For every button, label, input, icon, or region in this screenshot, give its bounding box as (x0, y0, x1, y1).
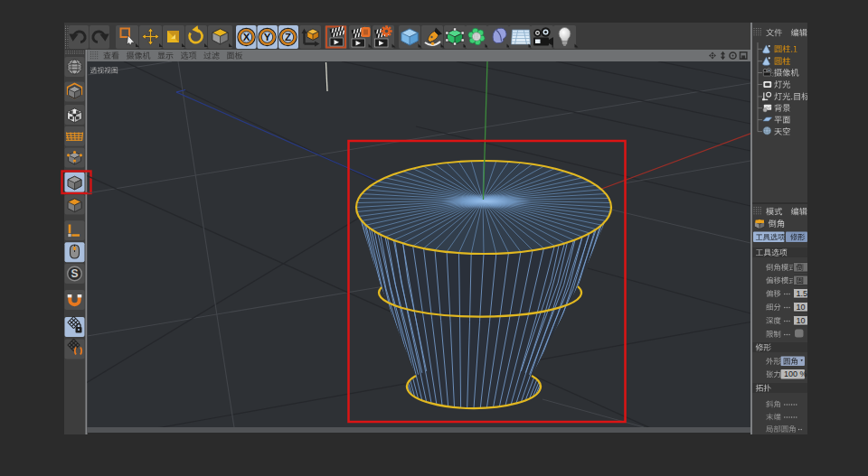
svg-text:Y: Y (264, 32, 271, 42)
svg-text:X: X (243, 32, 250, 42)
svg-text:100 %: 100 % (784, 369, 807, 378)
svg-text:Z: Z (285, 32, 291, 42)
svg-text:10: 10 (797, 316, 806, 325)
svg-text:10: 10 (797, 303, 806, 312)
svg-text:1.5: 1.5 (797, 289, 808, 298)
svg-text:S: S (71, 267, 78, 280)
